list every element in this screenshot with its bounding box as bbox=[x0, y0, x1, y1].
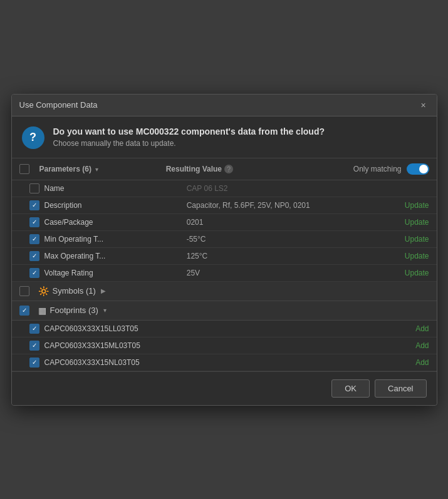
params-chevron-icon[interactable]: ▾ bbox=[95, 166, 98, 173]
main-question: Do you want to use MC000322 component's … bbox=[53, 126, 325, 136]
param-voltage-checkbox[interactable] bbox=[29, 268, 39, 278]
footprints-section-label: Footprints (3) bbox=[50, 306, 98, 315]
param-min-temp-action[interactable]: Update bbox=[398, 235, 429, 244]
param-case-package-value: 0201 bbox=[187, 218, 393, 227]
table-column-headers: Parameters (6) ▾ Resulting Value ? Only … bbox=[12, 158, 437, 180]
use-component-data-dialog: Use Component Data × ? Do you want to us… bbox=[11, 94, 437, 406]
footprints-section-header[interactable]: ▦ Footprints (3) ▾ bbox=[12, 301, 437, 321]
sub-instruction: Choose manually the data to update. bbox=[53, 139, 325, 148]
dialog-header: ? Do you want to use MC000322 component'… bbox=[12, 116, 437, 158]
footprint-3-label: CAPC0603X33X15NL03T05 bbox=[44, 358, 182, 367]
param-name-label: Name bbox=[44, 184, 182, 193]
symbols-chevron-icon[interactable]: ▶ bbox=[101, 287, 106, 294]
symbols-section-checkbox[interactable] bbox=[19, 286, 29, 296]
param-name-value: CAP 06 LS2 bbox=[187, 184, 393, 193]
param-row-min-temp: Min Operating T... -55°C Update bbox=[12, 231, 437, 248]
param-voltage-value: 25V bbox=[187, 269, 393, 277]
value-col-header: Resulting Value bbox=[166, 165, 222, 173]
symbols-icon: 🔆 bbox=[38, 286, 49, 296]
footprint-2-action[interactable]: Add bbox=[398, 341, 429, 350]
param-max-temp-action[interactable]: Update bbox=[398, 252, 429, 260]
dialog-body: Parameters (6) ▾ Resulting Value ? Only … bbox=[12, 158, 437, 371]
footprint-row-1: CAPC0603X33X15LL03T05 Add bbox=[12, 321, 437, 337]
only-matching-toggle[interactable] bbox=[407, 163, 429, 175]
param-row-voltage: Voltage Rating 25V Update bbox=[12, 265, 437, 282]
footprints-section-checkbox[interactable] bbox=[19, 306, 29, 316]
title-bar: Use Component Data × bbox=[12, 95, 437, 116]
footprint-2-label: CAPC0603X33X15ML03T05 bbox=[44, 341, 182, 350]
footprint-3-action[interactable]: Add bbox=[398, 358, 429, 367]
param-case-package-label: Case/Package bbox=[44, 218, 182, 227]
param-row-case-package: Case/Package 0201 Update bbox=[12, 214, 437, 231]
footprint-1-action[interactable]: Add bbox=[398, 324, 429, 333]
footprint-3-checkbox[interactable] bbox=[29, 358, 39, 368]
footprint-1-label: CAPC0603X33X15LL03T05 bbox=[44, 324, 182, 333]
symbols-section-label: Symbols (1) bbox=[53, 286, 96, 296]
header-text: Do you want to use MC000322 component's … bbox=[53, 126, 325, 148]
param-max-temp-checkbox[interactable] bbox=[29, 251, 39, 261]
symbols-section-header[interactable]: 🔆 Symbols (1) ▶ bbox=[12, 282, 437, 301]
select-all-params-checkbox[interactable] bbox=[19, 164, 29, 174]
param-description-label: Description bbox=[44, 201, 182, 210]
only-matching-label: Only matching bbox=[353, 165, 402, 173]
cancel-button[interactable]: Cancel bbox=[375, 379, 426, 398]
question-icon: ? bbox=[22, 126, 44, 149]
info-icon: ? bbox=[224, 165, 233, 173]
dialog-title: Use Component Data bbox=[19, 100, 98, 110]
footprints-icon: ▦ bbox=[38, 306, 46, 316]
param-voltage-action[interactable]: Update bbox=[398, 269, 429, 277]
param-voltage-label: Voltage Rating bbox=[44, 269, 182, 277]
param-min-temp-checkbox[interactable] bbox=[29, 234, 39, 244]
params-col-header: Parameters (6) bbox=[39, 165, 91, 173]
param-row-name: Name CAP 06 LS2 bbox=[12, 180, 437, 197]
param-name-checkbox[interactable] bbox=[29, 183, 39, 193]
footprint-2-checkbox[interactable] bbox=[29, 341, 39, 351]
param-max-temp-value: 125°C bbox=[187, 252, 393, 260]
footprint-row-3: CAPC0603X33X15NL03T05 Add bbox=[12, 354, 437, 371]
param-description-checkbox[interactable] bbox=[29, 200, 39, 210]
param-description-value: Capacitor, Rf, 5.6PF, 25V, NP0, 0201 bbox=[187, 201, 393, 210]
param-min-temp-label: Min Operating T... bbox=[44, 235, 182, 244]
param-description-action[interactable]: Update bbox=[398, 201, 429, 210]
footprints-chevron-icon[interactable]: ▾ bbox=[103, 307, 107, 314]
dialog-footer: OK Cancel bbox=[12, 371, 437, 405]
param-min-temp-value: -55°C bbox=[187, 235, 393, 244]
close-button[interactable]: × bbox=[418, 100, 429, 111]
footprint-1-checkbox[interactable] bbox=[29, 324, 39, 334]
param-row-max-temp: Max Operating T... 125°C Update bbox=[12, 248, 437, 265]
param-row-description: Description Capacitor, Rf, 5.6PF, 25V, N… bbox=[12, 197, 437, 214]
param-case-package-action[interactable]: Update bbox=[398, 218, 429, 227]
param-case-package-checkbox[interactable] bbox=[29, 217, 39, 227]
footprint-row-2: CAPC0603X33X15ML03T05 Add bbox=[12, 337, 437, 354]
param-max-temp-label: Max Operating T... bbox=[44, 252, 182, 260]
ok-button[interactable]: OK bbox=[331, 379, 370, 398]
